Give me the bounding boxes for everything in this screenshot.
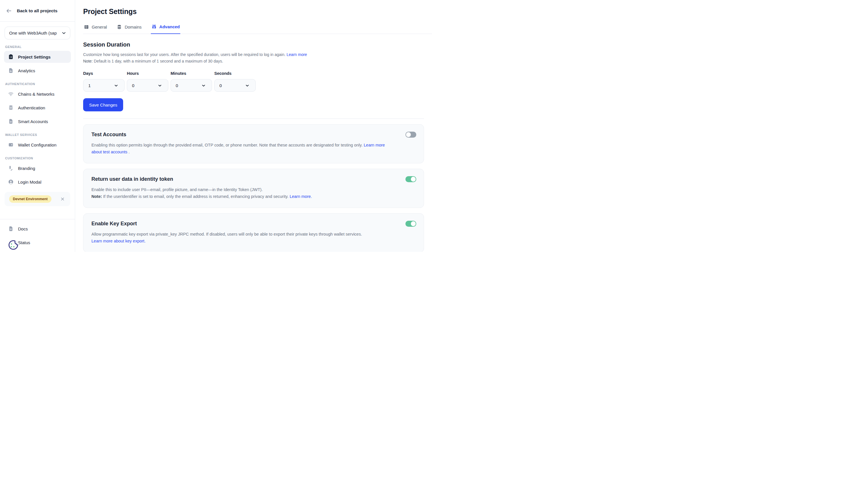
app-window: Back to all projects One with Web3Auth (… xyxy=(0,0,432,252)
cookie-consent-icon[interactable] xyxy=(7,239,20,251)
tab-advanced[interactable]: Advanced xyxy=(151,23,181,34)
sidebar-item-label: Status xyxy=(18,240,30,245)
sidebar-item-analytics[interactable]: Analytics xyxy=(4,64,71,76)
days-label: Days xyxy=(83,71,124,76)
session-learn-more-link[interactable]: Learn more xyxy=(287,52,307,57)
paint-brush-icon xyxy=(8,165,14,171)
key-export-text: Allow programmatic key export via privat… xyxy=(92,232,362,236)
session-duration-title: Session Duration xyxy=(83,41,424,48)
identity-token-toggle[interactable] xyxy=(405,176,416,182)
sidebar-item-label: Smart Accounts xyxy=(18,119,48,124)
advanced-tab-content: Session Duration Customize how long sess… xyxy=(83,41,432,252)
section-label-wallet-services: WALLET SERVICES xyxy=(5,133,70,136)
days-value: 1 xyxy=(88,83,91,88)
hours-field: Hours 0 xyxy=(127,71,168,92)
sidebar-item-label: Wallet Configuration xyxy=(18,143,57,147)
project-selector-value: One with Web3Auth (sap xyxy=(9,30,61,35)
section-label-authentication: AUTHENTICATION xyxy=(5,82,70,86)
tab-label: Advanced xyxy=(159,24,180,29)
environment-badge: Devnet Environment xyxy=(9,195,51,203)
sidebar-item-label: Branding xyxy=(18,166,35,171)
test-accounts-text: Enabling this option permits login throu… xyxy=(92,143,363,147)
identity-token-title: Return user data in identity token xyxy=(92,176,416,182)
chevron-down-icon xyxy=(158,83,162,88)
hours-select[interactable]: 0 xyxy=(127,79,168,92)
session-note-text: Default is 1 day, with a minimum of 1 se… xyxy=(94,59,223,63)
chevron-down-icon xyxy=(245,83,250,88)
sidebar-item-label: Chains & Networks xyxy=(18,92,55,97)
sidebar-item-login-modal[interactable]: Login Modal xyxy=(4,176,71,188)
back-to-projects-button[interactable]: Back to all projects xyxy=(0,0,75,22)
minutes-field: Minutes 0 xyxy=(171,71,212,92)
key-export-toggle[interactable] xyxy=(405,221,416,227)
hours-label: Hours xyxy=(127,71,168,76)
document-icon xyxy=(8,119,14,124)
key-export-card: Enable Key Export Allow programmatic key… xyxy=(83,213,424,252)
docs-icon xyxy=(8,226,14,232)
chevron-down-icon xyxy=(114,83,118,88)
sidebar-item-branding[interactable]: Branding xyxy=(4,162,71,174)
minutes-label: Minutes xyxy=(171,71,212,76)
sidebar-item-label: Authentication xyxy=(18,106,45,110)
save-changes-button[interactable]: Save Changes xyxy=(83,98,123,111)
sidebar-footer: Docs Status xyxy=(0,219,75,252)
tab-label: General xyxy=(92,25,107,29)
sidebar-item-chains-networks[interactable]: Chains & Networks xyxy=(4,88,71,100)
section-label-general: GENERAL xyxy=(5,45,70,49)
main-panel: Project Settings General Domains Advance… xyxy=(75,0,432,252)
environment-banner: Devnet Environment xyxy=(4,192,70,206)
sidebar-item-authentication[interactable]: Authentication xyxy=(4,102,71,114)
sidebar-item-smart-accounts[interactable]: Smart Accounts xyxy=(4,115,71,127)
test-accounts-title: Test Accounts xyxy=(92,132,416,138)
hours-value: 0 xyxy=(132,83,134,88)
sidebar: Back to all projects One with Web3Auth (… xyxy=(0,0,75,252)
seconds-select[interactable]: 0 xyxy=(214,79,256,92)
user-circle-icon xyxy=(8,179,14,185)
identity-token-learn-more-link[interactable]: Learn more. xyxy=(290,194,312,199)
sidebar-item-label: Docs xyxy=(18,226,28,231)
tab-bar: General Domains Advanced xyxy=(83,23,432,34)
session-note-label: Note: xyxy=(83,59,93,63)
sidebar-item-docs[interactable]: Docs xyxy=(4,223,71,235)
tab-general[interactable]: General xyxy=(83,23,107,34)
database-icon xyxy=(117,24,122,30)
session-description-text: Customize how long sessions last for you… xyxy=(83,52,285,57)
test-accounts-description: Enabling this option permits login throu… xyxy=(92,142,386,155)
page-title: Project Settings xyxy=(83,8,432,16)
database-icon xyxy=(8,105,14,111)
sidebar-nav: GENERAL Project Settings Analytics AUTHE… xyxy=(0,45,75,188)
wallet-icon xyxy=(8,142,14,148)
key-export-description: Allow programmatic key export via privat… xyxy=(92,231,386,244)
seconds-label: Seconds xyxy=(214,71,256,76)
identity-token-description: Enable this to include user PII—email, p… xyxy=(92,186,386,200)
test-accounts-card: Test Accounts Enabling this option permi… xyxy=(83,124,424,163)
test-accounts-toggle[interactable] xyxy=(405,132,416,138)
status-icon-slot xyxy=(8,239,14,245)
section-divider xyxy=(83,119,424,119)
table-cells-icon xyxy=(84,24,89,30)
identity-token-note-text: If the userIdentifier is set to email, o… xyxy=(102,194,290,199)
tab-label: Domains xyxy=(124,25,141,29)
section-label-customization: CUSTOMIZATION xyxy=(5,157,70,160)
sidebar-item-status[interactable]: Status xyxy=(4,236,71,248)
sidebar-item-wallet-configuration[interactable]: Wallet Configuration xyxy=(4,139,71,151)
sidebar-item-label: Project Settings xyxy=(18,54,51,59)
chevron-down-icon xyxy=(61,30,66,35)
sliders-icon xyxy=(152,24,157,29)
key-export-learn-more-link[interactable]: Learn more about key export. xyxy=(92,239,145,243)
days-select[interactable]: 1 xyxy=(83,79,124,92)
tab-domains[interactable]: Domains xyxy=(116,23,142,34)
chevron-down-icon xyxy=(202,83,206,88)
identity-token-card: Return user data in identity token Enabl… xyxy=(83,169,424,208)
identity-token-text: Enable this to include user PII—email, p… xyxy=(92,187,263,192)
clipboard-list-icon xyxy=(8,54,14,60)
close-icon[interactable] xyxy=(60,196,65,201)
project-selector[interactable]: One with Web3Auth (sap xyxy=(4,27,70,39)
test-accounts-link-suffix: . xyxy=(128,150,130,154)
minutes-select[interactable]: 0 xyxy=(171,79,212,92)
identity-token-note-label: Note: xyxy=(92,194,102,199)
session-duration-description: Customize how long sessions last for you… xyxy=(83,51,424,64)
sidebar-item-project-settings[interactable]: Project Settings xyxy=(4,51,71,63)
seconds-value: 0 xyxy=(219,83,222,88)
arrow-left-icon xyxy=(6,8,12,14)
